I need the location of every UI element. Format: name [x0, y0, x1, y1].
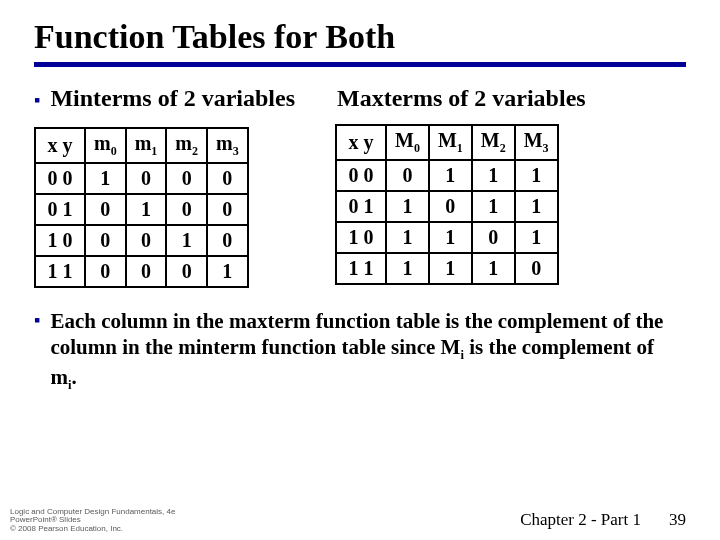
footer-line: © 2008 Pearson Education, Inc. [10, 525, 175, 534]
slide-title: Function Tables for Both [34, 18, 686, 56]
table-row: x y m0 m1 m2 m3 [35, 128, 248, 163]
col-header: M2 [472, 125, 515, 160]
xy-cell: 1 0 [35, 225, 85, 256]
cell: 1 [472, 191, 515, 222]
note-line: ▪ Each column in the maxterm function ta… [34, 308, 686, 394]
cell: 1 [386, 253, 429, 284]
cell: 0 [126, 225, 167, 256]
cell: 0 [166, 256, 207, 287]
xy-header: x y [35, 128, 85, 163]
footer-right: Chapter 2 - Part 1 39 [520, 510, 686, 530]
cell: 0 [166, 163, 207, 194]
cell: 1 [166, 225, 207, 256]
cell: 1 [207, 256, 248, 287]
xy-cell: 1 1 [336, 253, 386, 284]
maxterms-heading: Maxterms of 2 variables [337, 85, 586, 112]
xy-cell: 1 1 [35, 256, 85, 287]
cell: 1 [515, 191, 558, 222]
note-end: . [71, 365, 76, 389]
cell: 1 [515, 222, 558, 253]
cell: 0 [126, 163, 167, 194]
xy-cell: 0 1 [35, 194, 85, 225]
cell: 0 [207, 225, 248, 256]
col-header: m1 [126, 128, 167, 163]
table-row: x y M0 M1 M2 M3 [336, 125, 558, 160]
chapter-label: Chapter 2 - Part 1 [520, 510, 641, 530]
xy-header: x y [336, 125, 386, 160]
cell: 1 [386, 191, 429, 222]
table-row: 1 0 1 1 0 1 [336, 222, 558, 253]
maxterms-heading-text: Maxterms of 2 variables [337, 85, 586, 112]
cell: 0 [515, 253, 558, 284]
cell: 0 [85, 194, 126, 225]
cell: 0 [386, 160, 429, 191]
xy-cell: 0 1 [336, 191, 386, 222]
cell: 1 [85, 163, 126, 194]
maxterms-column: Maxterms of 2 variables x y M0 M1 M2 M3 … [335, 85, 586, 285]
xy-cell: 1 0 [336, 222, 386, 253]
minterms-heading: ▪ Minterms of 2 variables [34, 85, 295, 115]
page-number: 39 [669, 510, 686, 530]
bullet-icon: ▪ [34, 85, 40, 115]
col-header: m2 [166, 128, 207, 163]
note-text: Each column in the maxterm function tabl… [50, 308, 666, 394]
table-row: 0 0 0 1 1 1 [336, 160, 558, 191]
title-rule [34, 62, 686, 67]
table-row: 0 1 1 0 1 1 [336, 191, 558, 222]
col-header: M1 [429, 125, 472, 160]
cell: 1 [126, 194, 167, 225]
cell: 0 [166, 194, 207, 225]
table-row: 0 0 1 0 0 0 [35, 163, 248, 194]
xy-cell: 0 0 [336, 160, 386, 191]
col-header: m3 [207, 128, 248, 163]
cell: 1 [472, 160, 515, 191]
bullet-icon: ▪ [34, 308, 40, 332]
maxterms-table: x y M0 M1 M2 M3 0 0 0 1 1 1 0 1 1 0 [335, 124, 559, 285]
col-header: M3 [515, 125, 558, 160]
table-row: 1 1 1 1 1 0 [336, 253, 558, 284]
cell: 0 [472, 222, 515, 253]
table-row: 0 1 0 1 0 0 [35, 194, 248, 225]
cell: 0 [85, 256, 126, 287]
cell: 1 [515, 160, 558, 191]
minterms-heading-text: Minterms of 2 variables [50, 85, 295, 112]
tables-row: ▪ Minterms of 2 variables x y m0 m1 m2 m… [34, 85, 686, 288]
cell: 1 [429, 222, 472, 253]
table-row: 1 1 0 0 0 1 [35, 256, 248, 287]
cell: 1 [386, 222, 429, 253]
minterms-column: ▪ Minterms of 2 variables x y m0 m1 m2 m… [34, 85, 295, 288]
cell: 1 [429, 253, 472, 284]
col-header: M0 [386, 125, 429, 160]
cell: 1 [472, 253, 515, 284]
xy-cell: 0 0 [35, 163, 85, 194]
footer-left: Logic and Computer Design Fundamentals, … [10, 508, 175, 534]
cell: 0 [85, 225, 126, 256]
cell: 0 [207, 194, 248, 225]
cell: 0 [207, 163, 248, 194]
cell: 1 [429, 160, 472, 191]
cell: 0 [429, 191, 472, 222]
cell: 0 [126, 256, 167, 287]
minterms-table: x y m0 m1 m2 m3 0 0 1 0 0 0 0 1 0 1 [34, 127, 249, 288]
table-row: 1 0 0 0 1 0 [35, 225, 248, 256]
col-header: m0 [85, 128, 126, 163]
